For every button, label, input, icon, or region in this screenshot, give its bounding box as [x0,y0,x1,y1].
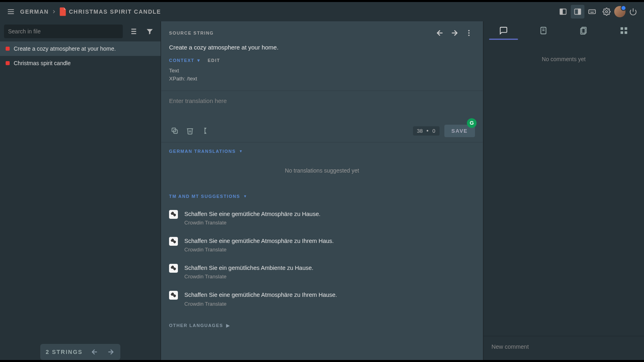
suggestion-text: Schaffen Sie ein gemütliches Ambiente zu… [184,264,314,272]
tab-terms[interactable] [564,21,604,40]
panel-left-icon [559,8,567,16]
menu-button[interactable] [4,5,18,19]
suggestion-source: Crowdin Translate [184,220,320,226]
suggestion-item[interactable]: Schaffen Sie eine gemütliche Atmosphäre … [169,231,475,258]
svg-rect-12 [590,12,594,13]
prev-string-button[interactable] [91,348,99,356]
power-button[interactable] [626,5,640,19]
filter-button[interactable] [143,25,157,38]
next-string-button[interactable] [107,348,115,356]
string-item[interactable]: Create a cozy atmosphere at your home. [0,41,161,56]
more-vertical-icon [465,29,473,37]
suggestion-source: Crowdin Translate [184,247,334,253]
copy-source-button[interactable] [169,125,180,136]
suggestion-item[interactable]: Schaffen Sie ein gemütliches Ambiente zu… [169,258,475,285]
new-comment-input[interactable]: New comment [483,336,644,360]
grid-icon [619,26,628,35]
breadcrumb-language[interactable]: GERMAN [20,8,49,15]
tab-search-tm[interactable] [524,21,564,40]
strings-count: 2 STRINGS [46,349,83,355]
breadcrumb-file[interactable]: CHRISTMAS SPIRIT CANDLE [69,8,161,15]
keyboard-icon [588,8,596,16]
suggestion-list: Schaffen Sie eine gemütliche Atmosphäre … [169,204,475,313]
svg-point-11 [594,11,594,12]
text-cursor-icon [201,127,209,135]
source-text: Create a cozy atmosphere at your home. [161,39,483,56]
suggestion-text: Schaffen Sie eine gemütliche Atmosphäre … [184,237,334,245]
string-text: Christmas spirit candle [14,60,71,66]
char-counter: 38 0 [413,126,440,136]
editor-panel: SOURCE STRING Create a cozy atmosphere [161,21,483,360]
arrow-left-icon [436,29,444,37]
list-icon [128,27,137,36]
translation-placeholder: Enter translation here [169,97,227,104]
layers-icon [579,26,588,35]
chevron-right-icon: ▶ [226,323,230,328]
comment-icon [499,26,508,35]
mt-engine-icon [169,210,178,219]
svg-rect-4 [560,9,563,14]
panel-left-button[interactable] [556,5,570,19]
grammarly-badge[interactable]: G [467,118,477,128]
insert-tag-button[interactable] [200,125,211,136]
svg-point-13 [606,11,608,13]
string-item[interactable]: Christmas spirit candle [0,56,161,70]
tab-comments[interactable] [483,21,524,40]
target-length: 0 [432,128,435,134]
svg-rect-6 [578,9,581,14]
suggestion-source: Crowdin Translate [184,274,314,280]
tm-section-header[interactable]: TM AND MT SUGGESTIONS▼ [169,194,475,199]
status-indicator [6,61,10,65]
mt-engine-icon [169,264,178,273]
file-icon [59,7,66,16]
panel-right-icon [574,8,582,16]
string-list: Create a cozy atmosphere at your home. C… [0,41,161,344]
right-tabs [483,21,644,40]
suggestion-item[interactable]: Schaffen Sie eine gemütliche Atmosphäre … [169,204,475,231]
svg-rect-35 [621,27,623,30]
prev-source-button[interactable] [434,27,446,39]
strings-footer: 2 STRINGS [40,344,121,360]
context-body: Text XPath: /text [161,64,483,90]
trash-icon [186,127,194,135]
list-view-button[interactable] [126,25,140,38]
tab-apps[interactable] [604,21,644,40]
context-line: Text [169,67,475,75]
comments-panel: No comments yet New comment [483,21,644,360]
edit-context-button[interactable]: EDIT [208,58,220,63]
book-search-icon [539,26,548,35]
copy-icon [171,127,179,135]
settings-button[interactable] [600,5,613,19]
mt-engine-icon [169,291,178,300]
no-translations-text: No translations suggested yet [169,154,475,187]
comments-body: No comments yet [483,40,644,336]
arrow-right-icon [450,29,459,37]
arrow-right-icon [107,348,115,356]
filter-icon [146,27,154,35]
next-source-button[interactable] [448,27,460,39]
svg-point-25 [468,30,469,31]
suggestion-item[interactable]: Schaffen Sie eine gemütliche Atmosphäre … [169,285,475,312]
svg-point-26 [468,32,469,33]
svg-rect-37 [621,31,623,34]
context-label[interactable]: CONTEXT ▼ [169,58,201,63]
user-avatar[interactable] [614,6,625,17]
search-input[interactable] [4,25,123,38]
gear-icon [603,8,611,16]
panel-right-button[interactable] [571,5,584,19]
svg-rect-38 [625,31,627,34]
no-comments-text: No comments yet [542,56,586,62]
context-line: XPath: /text [169,75,475,83]
suggestion-text: Schaffen Sie eine gemütliche Atmosphäre … [184,291,337,299]
arrow-left-icon [91,348,99,356]
mt-engine-icon [169,237,178,246]
clear-button[interactable] [184,125,196,136]
translations-section-header[interactable]: GERMAN TRANSLATIONS▼ [169,149,475,154]
translation-input[interactable]: Enter translation here G [161,91,483,120]
suggestion-source: Crowdin Translate [184,301,337,307]
chevron-down-icon: ▼ [196,58,201,63]
other-languages-header[interactable]: OTHER LANGUAGES▶ [161,319,483,336]
source-more-button[interactable] [463,27,475,39]
svg-point-10 [592,11,593,12]
keyboard-button[interactable] [585,5,599,19]
